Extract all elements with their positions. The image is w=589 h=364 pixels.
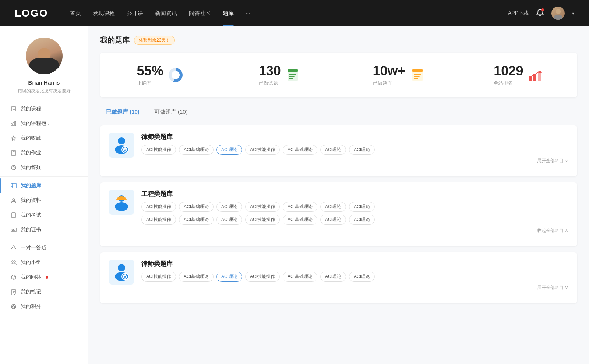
tag-eng-11[interactable]: ACI技能操作 bbox=[245, 215, 280, 225]
logo: LOGO bbox=[15, 7, 48, 19]
sidebar-item-homework[interactable]: 我的作业 bbox=[0, 146, 88, 160]
stat-done-questions-text: 130 已做试题 bbox=[259, 64, 281, 86]
sidebar-divider-2 bbox=[0, 239, 88, 239]
expand-link-lawyer2[interactable]: 展开全部科目 ∨ bbox=[141, 282, 568, 291]
stat-accuracy: 55% 正确率 bbox=[100, 60, 219, 90]
avatar[interactable] bbox=[551, 7, 565, 20]
svg-point-27 bbox=[13, 246, 14, 247]
sidebar-label-exam: 我的考试 bbox=[21, 212, 41, 218]
stat-accuracy-text: 55% 正确率 bbox=[137, 64, 163, 86]
nav-menu: 首页 发现课程 公开课 新闻资讯 问答社区 题库 ··· bbox=[70, 8, 508, 18]
svg-text:?: ? bbox=[13, 275, 15, 279]
tags-row-engineer-1: ACI技能操作 ACI基础理论 ACI理论 ACI技能操作 ACI基础理论 AC… bbox=[141, 202, 568, 212]
nav-discover[interactable]: 发现课程 bbox=[93, 8, 115, 18]
tag-eng-5[interactable]: ACI基础理论 bbox=[283, 202, 317, 212]
tag-eng-9[interactable]: ACI基础理论 bbox=[179, 215, 214, 225]
sidebar-item-exam[interactable]: 我的考试 bbox=[0, 208, 88, 222]
main-wrapper: Brian Harris 错误的决定比没有决定要好 我的课程 bbox=[0, 26, 589, 364]
sidebar-item-myqa[interactable]: ? 我的问答 bbox=[0, 270, 88, 285]
tag-lawyer1-1[interactable]: ACI技能操作 bbox=[141, 145, 176, 155]
nav-news[interactable]: 新闻资讯 bbox=[155, 8, 177, 18]
tag-eng-6[interactable]: ACI理论 bbox=[320, 202, 346, 212]
app-download-button[interactable]: APP下载 bbox=[508, 10, 529, 17]
course-pack-icon bbox=[10, 120, 17, 127]
tags-row-lawyer-2: ACI技能操作 ACI基础理论 ACI理论 ACI技能操作 ACI基础理论 AC… bbox=[141, 272, 568, 282]
tag-lawyer2-7[interactable]: ACI理论 bbox=[349, 272, 375, 282]
sidebar-label-course-pack: 我的课程包... bbox=[21, 120, 51, 127]
page-header: 我的题库 体验剩余23天！ bbox=[100, 35, 577, 45]
stat-done-banks: 10w+ 已做题库 bbox=[339, 60, 458, 90]
1on1-icon bbox=[10, 245, 17, 251]
tag-eng-1[interactable]: ACI技能操作 bbox=[141, 202, 176, 212]
tag-eng-14[interactable]: ACI理论 bbox=[349, 215, 375, 225]
notification-bell[interactable] bbox=[536, 8, 544, 18]
tag-lawyer2-5[interactable]: ACI基础理论 bbox=[283, 272, 317, 282]
svg-rect-37 bbox=[289, 74, 296, 75]
tag-lawyer1-5[interactable]: ACI基础理论 bbox=[283, 145, 317, 155]
tag-lawyer1-3[interactable]: ACI理论 bbox=[216, 145, 242, 155]
sidebar-item-notes[interactable]: 我的笔记 bbox=[0, 285, 88, 299]
sidebar-label-1on1: 一对一答疑 bbox=[21, 245, 46, 251]
svg-point-28 bbox=[12, 261, 13, 262]
svg-rect-7 bbox=[15, 121, 16, 126]
nav-open-course[interactable]: 公开课 bbox=[127, 8, 143, 18]
avatar-chevron[interactable]: ▾ bbox=[572, 11, 574, 16]
sidebar-item-my-course[interactable]: 我的课程 bbox=[0, 101, 88, 116]
site-rank-icon bbox=[528, 68, 542, 82]
notification-dot bbox=[541, 8, 544, 11]
tag-lawyer2-3[interactable]: ACI理论 bbox=[216, 272, 242, 282]
my-course-icon bbox=[10, 106, 17, 112]
tag-lawyer1-7[interactable]: ACI理论 bbox=[349, 145, 375, 155]
tag-eng-7[interactable]: ACI理论 bbox=[349, 202, 375, 212]
nav-question-bank[interactable]: 题库 bbox=[223, 8, 234, 18]
user-name: Brian Harris bbox=[28, 79, 60, 86]
tag-eng-10[interactable]: ACI理论 bbox=[216, 215, 242, 225]
tag-lawyer1-2[interactable]: ACI基础理论 bbox=[179, 145, 214, 155]
sidebar-label-homework: 我的作业 bbox=[21, 150, 41, 156]
nav-home[interactable]: 首页 bbox=[70, 8, 81, 18]
stat-site-rank-text: 1029 全站排名 bbox=[494, 64, 523, 86]
tag-eng-13[interactable]: ACI理论 bbox=[320, 215, 346, 225]
svg-rect-43 bbox=[414, 76, 420, 77]
svg-text:?: ? bbox=[13, 166, 15, 170]
collection-icon bbox=[10, 135, 17, 142]
stat-done-banks-label: 已做题库 bbox=[373, 80, 406, 86]
tag-lawyer2-1[interactable]: ACI技能操作 bbox=[141, 272, 176, 282]
sidebar-item-profile[interactable]: 我的资料 bbox=[0, 193, 88, 208]
tag-lawyer1-6[interactable]: ACI理论 bbox=[320, 145, 346, 155]
tab-available-banks[interactable]: 可做题库 (10) bbox=[148, 105, 194, 119]
tag-eng-12[interactable]: ACI基础理论 bbox=[283, 215, 317, 225]
tag-lawyer1-4[interactable]: ACI技能操作 bbox=[245, 145, 280, 155]
tag-eng-3[interactable]: ACI理论 bbox=[216, 202, 242, 212]
group-icon bbox=[10, 259, 17, 266]
sidebar-item-group[interactable]: 我的小组 bbox=[0, 255, 88, 270]
sidebar-item-ask[interactable]: ? 我的答疑 bbox=[0, 160, 88, 175]
tag-eng-8[interactable]: ACI技能操作 bbox=[141, 215, 176, 225]
qbank-card-lawyer-1-header: 律师类题库 ACI技能操作 ACI基础理论 ACI理论 ACI技能操作 ACI基… bbox=[109, 133, 568, 164]
nav-more[interactable]: ··· bbox=[246, 8, 250, 18]
stat-done-questions-label: 已做试题 bbox=[259, 80, 281, 86]
sidebar-item-1on1[interactable]: 一对一答疑 bbox=[0, 240, 88, 255]
nav-qa[interactable]: 问答社区 bbox=[189, 8, 211, 18]
svg-rect-54 bbox=[116, 199, 127, 200]
tag-lawyer2-6[interactable]: ACI理论 bbox=[320, 272, 346, 282]
tab-done-banks[interactable]: 已做题库 (10) bbox=[100, 105, 145, 119]
expand-link-lawyer1[interactable]: 展开全部科目 ∨ bbox=[141, 155, 568, 164]
sidebar-item-points[interactable]: 我的积分 bbox=[0, 299, 88, 314]
sidebar-item-course-pack[interactable]: 我的课程包... bbox=[0, 116, 88, 131]
sidebar-item-qbank[interactable]: 我的题库 bbox=[0, 178, 88, 193]
tag-eng-4[interactable]: ACI技能操作 bbox=[245, 202, 280, 212]
sidebar-item-cert[interactable]: 我的证书 bbox=[0, 222, 88, 237]
done-questions-icon bbox=[286, 68, 299, 82]
accuracy-pie-chart bbox=[169, 68, 183, 82]
sidebar-label-collection: 我的收藏 bbox=[21, 135, 41, 142]
sidebar-item-collection[interactable]: 我的收藏 bbox=[0, 131, 88, 146]
tag-eng-2[interactable]: ACI基础理论 bbox=[179, 202, 214, 212]
tag-lawyer2-4[interactable]: ACI技能操作 bbox=[245, 272, 280, 282]
stat-done-questions-value: 130 bbox=[259, 64, 281, 78]
tag-lawyer2-2[interactable]: ACI基础理论 bbox=[179, 272, 214, 282]
svg-rect-2 bbox=[11, 107, 16, 111]
collapse-link-engineer[interactable]: 收起全部科目 ∧ bbox=[141, 225, 568, 234]
sidebar-label-group: 我的小组 bbox=[21, 259, 41, 266]
svg-rect-6 bbox=[13, 122, 14, 126]
